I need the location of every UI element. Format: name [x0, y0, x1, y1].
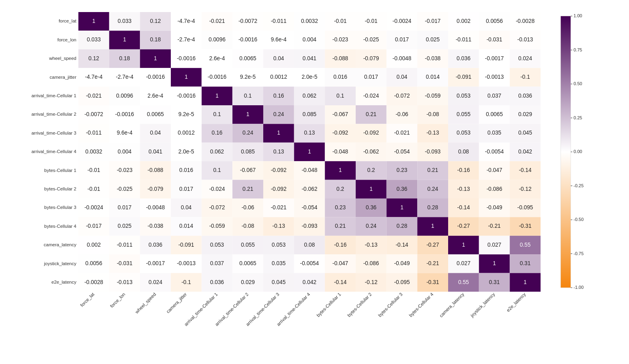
- heatmap-canvas: [0, 0, 629, 364]
- heatmap-container: [0, 0, 629, 364]
